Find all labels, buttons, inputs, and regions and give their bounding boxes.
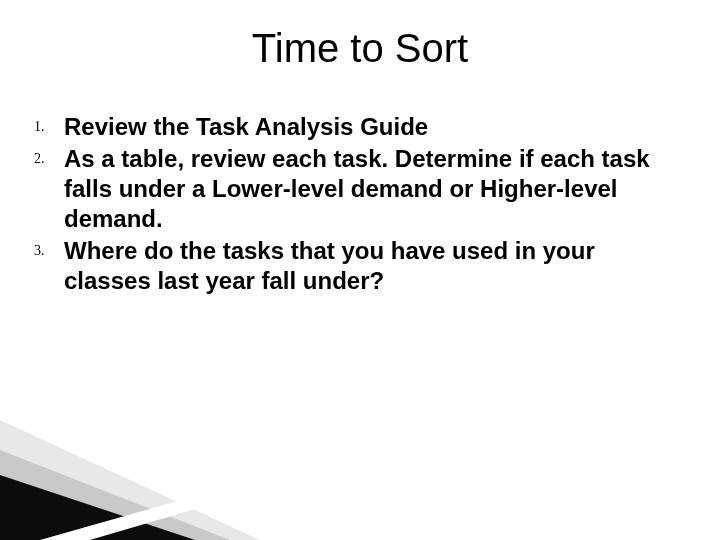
numbered-list: 1. Review the Task Analysis Guide 2. As … bbox=[34, 112, 680, 298]
list-item-number: 2. bbox=[34, 144, 64, 174]
svg-marker-1 bbox=[0, 450, 230, 540]
svg-marker-2 bbox=[0, 475, 195, 540]
slide-title: Time to Sort bbox=[0, 26, 720, 71]
list-item: 2. As a table, review each task. Determi… bbox=[34, 144, 680, 234]
list-item-number: 3. bbox=[34, 236, 64, 266]
list-item-number: 1. bbox=[34, 112, 64, 142]
svg-marker-0 bbox=[0, 420, 260, 540]
svg-marker-3 bbox=[40, 472, 280, 540]
list-item: 1. Review the Task Analysis Guide bbox=[34, 112, 680, 142]
corner-accent-icon bbox=[0, 420, 280, 540]
list-item-text: Where do the tasks that you have used in… bbox=[64, 236, 680, 296]
list-item-text: Review the Task Analysis Guide bbox=[64, 112, 680, 142]
list-item: 3. Where do the tasks that you have used… bbox=[34, 236, 680, 296]
slide: Time to Sort 1. Review the Task Analysis… bbox=[0, 0, 720, 540]
list-item-text: As a table, review each task. Determine … bbox=[64, 144, 680, 234]
